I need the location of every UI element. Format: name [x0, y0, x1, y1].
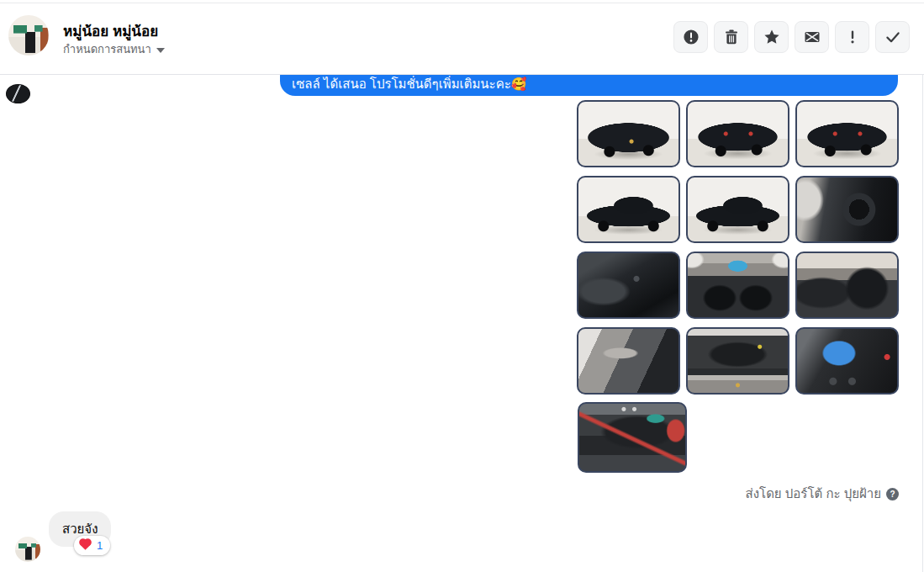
- delete-button[interactable]: [714, 21, 748, 53]
- conversation-header: หมู่น้อย หมู่น้อย กำหนดการสนทนา: [0, 3, 924, 75]
- envelope-x-icon: [804, 29, 821, 45]
- help-icon[interactable]: ?: [886, 488, 899, 500]
- chevron-down-icon: [156, 48, 165, 53]
- right-divider: [922, 75, 923, 572]
- sent-by-row: ส่งโดย ปอร์โต้ กะ ปุยฝ้าย ?: [746, 484, 899, 504]
- avatar-small[interactable]: [15, 537, 40, 562]
- conversation-schedule-label: กำหนดการสนทนา: [63, 40, 151, 58]
- trash-icon: [723, 29, 740, 45]
- page-title[interactable]: หมู่น้อย หมู่น้อย: [63, 19, 158, 42]
- star-button[interactable]: [754, 21, 789, 53]
- check-icon: [884, 29, 901, 45]
- reaction-pill[interactable]: 1: [74, 536, 110, 555]
- avatar[interactable]: [8, 15, 49, 56]
- photo-thumbnail-truck-front[interactable]: [577, 100, 680, 167]
- outgoing-message-bubble[interactable]: เซลล์ ได้เสนอ โปรโมชั่นดีๆเพิ่มเติมนะคะ🥰: [280, 75, 898, 96]
- photo-thumbnail-radio[interactable]: [795, 327, 899, 395]
- photo-thumbnail-single[interactable]: [578, 402, 687, 473]
- messages-scroll-area[interactable]: เซลล์ ได้เสนอ โปรโมชั่นดีๆเพิ่มเติมนะคะ🥰…: [0, 75, 924, 572]
- dealer-logo-avatar[interactable]: [6, 84, 30, 103]
- photo-thumbnail-door-panel[interactable]: [577, 327, 680, 395]
- heart-reaction-icon: [80, 539, 91, 550]
- photo-thumbnail-truck-rear[interactable]: [686, 100, 789, 167]
- photo-thumbnail-truck-rear-right[interactable]: [795, 100, 899, 167]
- exclamation-icon: [844, 29, 861, 45]
- sent-by-text: ส่งโดย ปอร์โต้ กะ ปุยฝ้าย: [746, 484, 881, 504]
- mark-important-button[interactable]: [835, 21, 869, 53]
- photo-thumbnail-console[interactable]: [577, 252, 680, 319]
- photo-thumbnail-engine-bay[interactable]: [686, 327, 789, 395]
- photo-thumbnail-cockpit-wheel[interactable]: [795, 176, 899, 243]
- photo-grid: [577, 100, 899, 395]
- mark-done-button[interactable]: [875, 21, 910, 53]
- inbox-conversation-view: หมู่น้อย หมู่น้อย กำหนดการสนทนา: [0, 0, 924, 572]
- conversation-schedule-dropdown[interactable]: กำหนดการสนทนา: [63, 40, 165, 58]
- photo-thumbnail-dashboard[interactable]: [686, 252, 789, 319]
- header-action-bar: [673, 21, 910, 53]
- photo-thumbnail-truck-side-front[interactable]: [686, 176, 789, 243]
- report-circle-icon: [683, 29, 700, 45]
- star-icon: [763, 29, 780, 45]
- mark-unread-button[interactable]: [795, 21, 829, 53]
- reaction-count: 1: [97, 539, 103, 552]
- photo-thumbnail-cabin-seats[interactable]: [795, 252, 899, 319]
- incoming-message-text: สวยจัง: [62, 522, 98, 536]
- photo-thumbnail-truck-side[interactable]: [577, 176, 680, 243]
- outgoing-message-text: เซลล์ ได้เสนอ โปรโมชั่นดีๆเพิ่มเติมนะคะ🥰: [292, 76, 526, 92]
- report-button[interactable]: [673, 21, 708, 53]
